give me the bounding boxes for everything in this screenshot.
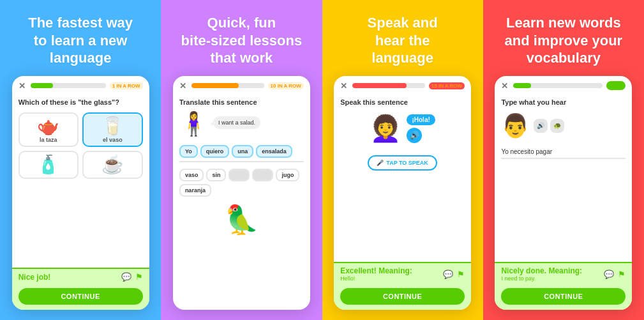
question-2: Translate this sentence: [179, 98, 304, 106]
mc-icon-1b: 🥛: [101, 118, 124, 135]
character-figure-2: 🧍‍♀️: [179, 112, 208, 135]
streak-badge-2: 10 IN A ROW: [268, 82, 304, 89]
chat-icon-3[interactable]: 💬: [443, 270, 453, 279]
phone-content-3: Speak this sentence 👩‍🦱 ¡Hola! 🔊 🎤 TAP T…: [334, 93, 471, 263]
progress-fill-3: [352, 83, 407, 88]
panel-yellow: Speak andhear thelanguage ✕ 15 IN A ROW …: [322, 0, 483, 320]
tap-to-speak-3[interactable]: 🎤 TAP TO SPEAK: [368, 155, 437, 171]
continue-area-4: CONTINUE: [495, 285, 632, 310]
mc-icon-1d: ☕: [101, 156, 124, 174]
answer-row-2: Yo quiero una ensalada: [179, 142, 304, 162]
typed-answer-4: Yo necesito pagar: [501, 146, 625, 159]
progress-bg-4: [513, 83, 603, 88]
panel-1-heading: The fastest wayto learn a newlanguage: [28, 14, 133, 67]
progress-bg-1: [31, 83, 106, 88]
progress-bg-2: [191, 83, 264, 88]
character-figure-4: 👨: [501, 112, 530, 139]
hola-bubble-3: ¡Hola!: [407, 114, 435, 125]
speak-char-3: 👩‍🦱 ¡Hola! 🔊: [340, 114, 465, 144]
word-vaso[interactable]: vaso: [179, 169, 204, 181]
continue-button-1[interactable]: CONTINUE: [19, 288, 143, 305]
slow-btn-4[interactable]: 🐢: [550, 119, 564, 133]
mc-item-1b[interactable]: 🥛 el vaso: [82, 112, 143, 147]
word-blank2: [252, 169, 273, 181]
panel-purple: Quick, funbite-sized lessonsthat work ✕ …: [161, 0, 322, 320]
phone-top-4: ✕: [495, 76, 632, 93]
progress-fill-1: [31, 83, 53, 88]
mic-icon-3: 🎤: [377, 160, 384, 166]
word-sin[interactable]: sin: [206, 169, 226, 181]
streak-badge-3: 15 IN A ROW: [429, 82, 465, 89]
speech-bubble-2: I want a salad.: [213, 116, 260, 129]
bottom-icons-1: 💬 ⚑: [121, 272, 143, 282]
panel-4-heading: Learn new wordsand improve yourvocabular…: [505, 14, 623, 67]
phone-mockup-3: ✕ 15 IN A ROW Speak this sentence 👩‍🦱 ¡H…: [334, 76, 471, 310]
close-icon-2[interactable]: ✕: [179, 81, 186, 91]
speaker-btn-4[interactable]: 🔊: [534, 119, 548, 133]
answer-word-yo[interactable]: Yo: [179, 145, 198, 158]
mc-icon-1c: 🧴: [37, 156, 59, 174]
continue-button-4[interactable]: CONTINUE: [501, 288, 625, 305]
answer-word-ensalada[interactable]: ensalada: [256, 145, 292, 158]
phone-mockup-4: ✕ Type what you hear 👨 🔊 🐢 Yo necesito p…: [495, 76, 632, 310]
result-sub-3: Hello!: [340, 275, 412, 282]
speak-side-3: ¡Hola! 🔊: [407, 114, 435, 143]
toggle-indicator-4: [606, 81, 625, 90]
character-figure-3: 👩‍🦱: [370, 114, 401, 144]
question-3: Speak this sentence: [340, 98, 465, 106]
word-jugo[interactable]: jugo: [276, 169, 299, 181]
word-blank1: [228, 169, 250, 181]
phone-top-3: ✕ 15 IN A ROW: [334, 76, 471, 93]
bottom-bar-3: Excellent! Meaning: Hello! 💬 ⚑: [334, 262, 471, 285]
result-sub-4: I need to pay.: [501, 275, 582, 282]
result-label-4: Nicely done. Meaning:: [501, 266, 582, 275]
phone-content-1: Which of these is "the glass"? 🫖 la taza…: [12, 93, 149, 268]
mc-grid-1: 🫖 la taza 🥛 el vaso 🧴 ☕: [19, 112, 143, 179]
bottom-icons-3: 💬 ⚑: [443, 270, 465, 279]
mc-item-1d[interactable]: ☕: [82, 151, 143, 179]
hear-icons-4: 🔊 🐢: [534, 119, 564, 133]
phone-mockup-1: ✕ 1 IN A ROW Which of these is "the glas…: [12, 76, 149, 310]
speaker-icon-3[interactable]: 🔊: [407, 128, 422, 143]
flag-icon-4[interactable]: ⚑: [618, 270, 625, 279]
word-bank-2: vaso sin jugo naranja: [179, 169, 304, 197]
phone-mockup-2: ✕ 10 IN A ROW Translate this sentence 🧍‍…: [173, 76, 310, 310]
continue-area-1: CONTINUE: [12, 285, 149, 310]
phone-top-1: ✕ 1 IN A ROW: [12, 76, 149, 93]
phone-top-2: ✕ 10 IN A ROW: [173, 76, 310, 93]
question-1: Which of these is "the glass"?: [19, 98, 143, 106]
word-naranja[interactable]: naranja: [179, 184, 211, 197]
close-icon-3[interactable]: ✕: [340, 81, 347, 91]
close-icon-1[interactable]: ✕: [19, 81, 26, 91]
bottom-bar-1: Nice job! 💬 ⚑: [12, 268, 149, 285]
progress-bg-3: [352, 83, 425, 88]
panel-3-heading: Speak andhear thelanguage: [368, 14, 438, 67]
progress-fill-4: [513, 83, 531, 88]
continue-area-3: CONTINUE: [334, 285, 471, 310]
mc-label-1b: el vaso: [103, 137, 123, 143]
close-icon-4[interactable]: ✕: [501, 81, 508, 91]
result-label-3: Excellent! Meaning:: [340, 266, 412, 275]
continue-button-3[interactable]: CONTINUE: [340, 288, 465, 305]
mc-item-1a[interactable]: 🫖 la taza: [19, 112, 79, 147]
chat-icon-1[interactable]: 💬: [121, 272, 131, 282]
bottom-icons-4: 💬 ⚑: [604, 270, 625, 279]
bottom-bar-4: Nicely done. Meaning: I need to pay. 💬 ⚑: [495, 262, 632, 285]
flag-icon-3[interactable]: ⚑: [457, 270, 465, 279]
streak-badge-1: 1 IN A ROW: [110, 82, 143, 89]
panel-red: Learn new wordsand improve yourvocabular…: [483, 0, 644, 320]
answer-word-una[interactable]: una: [232, 145, 253, 158]
mc-item-1c[interactable]: 🧴: [19, 151, 79, 179]
phone-content-4: Type what you hear 👨 🔊 🐢 Yo necesito pag…: [495, 93, 632, 263]
question-4: Type what you hear: [501, 98, 625, 106]
progress-fill-2: [191, 83, 239, 88]
translate-char-2: 🧍‍♀️ I want a salad.: [179, 112, 304, 135]
hear-char-4: 👨 🔊 🐢: [501, 112, 625, 139]
mc-icon-1a: 🫖: [37, 118, 59, 135]
chat-icon-4[interactable]: 💬: [604, 270, 614, 279]
flag-icon-1[interactable]: ⚑: [135, 272, 143, 282]
panel-blue: The fastest wayto learn a newlanguage ✕ …: [0, 0, 161, 320]
tap-label-3: TAP TO SPEAK: [386, 160, 428, 166]
answer-word-quiero[interactable]: quiero: [200, 145, 230, 158]
owl-figure-2: 🦜: [179, 203, 304, 236]
